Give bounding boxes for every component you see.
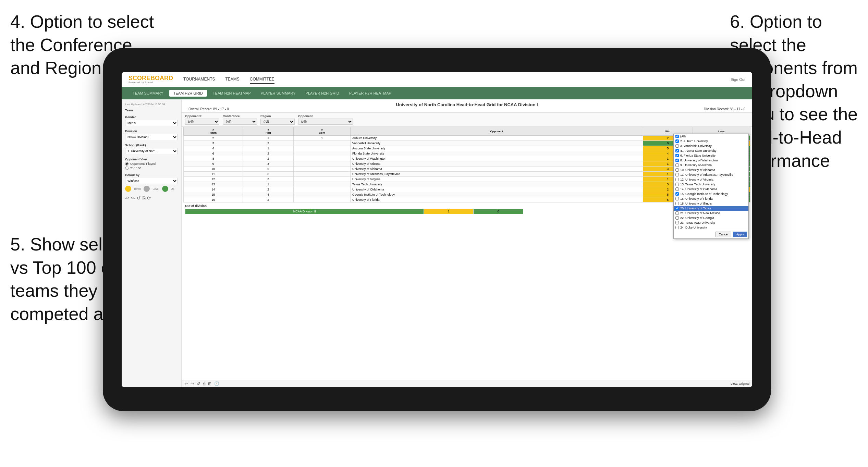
dropdown-checkbox[interactable] — [675, 192, 679, 196]
dropdown-checkbox[interactable] — [675, 178, 679, 181]
dropdown-checkbox[interactable] — [675, 187, 679, 191]
nav-tournaments[interactable]: TOURNAMENTS — [183, 75, 215, 84]
apply-button[interactable]: Apply — [733, 232, 747, 237]
dropdown-checkbox[interactable] — [675, 183, 679, 186]
dropdown-item[interactable]: 13. Texas Tech University — [674, 182, 748, 187]
nav-committee[interactable]: COMMITTEE — [250, 75, 274, 84]
dropdown-item[interactable]: 21. University of New Mexico — [674, 211, 748, 216]
toolbar-clock[interactable]: 🕐 — [214, 381, 219, 386]
dropdown-item[interactable]: 23. Texas A&M University — [674, 220, 748, 225]
dropdown-item[interactable]: 10. University of Alabama — [674, 168, 748, 172]
cell-opponent: University of Virginia — [351, 177, 643, 182]
dropdown-item[interactable]: 9. University of Arizona — [674, 163, 748, 168]
subnav-team-h2h-grid[interactable]: TEAM H2H GRID — [169, 90, 207, 97]
out-win: 1 — [424, 209, 474, 214]
undo-icon[interactable]: ↩ — [125, 195, 129, 201]
dropdown-checkbox[interactable] — [675, 221, 679, 224]
table-row: 6 2 Florida State University 4 2 — [184, 151, 750, 156]
dropdown-checkbox[interactable] — [675, 197, 679, 200]
dropdown-checkbox[interactable] — [675, 154, 679, 157]
radio-dot-opponents — [125, 162, 129, 165]
toolbar-undo[interactable]: ↩ — [184, 381, 188, 386]
cell-conf — [294, 161, 351, 167]
col-rank: #Rank — [184, 127, 243, 136]
opponent-select[interactable]: (All) — [298, 119, 353, 125]
subnav-player-h2h-heatmap[interactable]: PLAYER H2H HEATMAP — [345, 90, 395, 97]
radio-top100[interactable]: Top 100 — [125, 167, 178, 170]
dropdown-checkbox[interactable] — [675, 226, 679, 229]
dropdown-item[interactable]: 14. University of Oklahoma — [674, 187, 748, 192]
dropdown-checkbox[interactable] — [675, 159, 679, 162]
subnav-team-h2h-heatmap[interactable]: TEAM H2H HEATMAP — [209, 90, 255, 97]
region-select[interactable]: (All) — [260, 119, 295, 125]
cell-opponent: University of Alabama — [351, 167, 643, 172]
cell-rank: 13 — [184, 182, 243, 187]
dropdown-item[interactable]: 15. Georgia Institute of Technology — [674, 192, 748, 196]
subnav-team-summary[interactable]: TEAM SUMMARY — [129, 90, 168, 97]
dropdown-checkbox[interactable] — [675, 168, 679, 172]
table-row: 12 3 University of Virginia 1 0 — [184, 177, 750, 182]
school-select[interactable]: 1. University of Nort... — [125, 148, 178, 154]
dropdown-item[interactable]: 16. University of Florida — [674, 196, 748, 201]
dropdown-checkbox[interactable] — [675, 173, 679, 176]
dropdown-checkbox[interactable] — [675, 216, 679, 220]
toolbar-reset[interactable]: ↺ — [197, 381, 200, 386]
dropdown-checkbox[interactable] — [675, 202, 679, 205]
reset-icon[interactable]: ↺ — [137, 195, 141, 201]
out-of-division-label: Out of division — [185, 204, 749, 208]
dropdown-item[interactable]: 20. University of Texas — [674, 206, 748, 211]
toolbar-format[interactable]: ⊞ — [208, 381, 211, 386]
school-label: School (Rank) — [125, 144, 178, 147]
dropdown-checkbox[interactable] — [675, 163, 679, 167]
conference-select[interactable]: (All) — [223, 119, 257, 125]
out-loss: 0 — [474, 209, 523, 214]
colour-select[interactable]: Win/loss — [125, 178, 178, 184]
dropdown-item[interactable]: 3. Vanderbilt University — [674, 144, 748, 148]
opponents-select[interactable]: (All) — [185, 119, 219, 125]
dropdown-item[interactable]: (All) — [674, 134, 748, 139]
cell-conf — [294, 146, 351, 151]
dropdown-checkbox[interactable] — [675, 135, 679, 138]
redo-icon[interactable]: ↪ — [131, 195, 135, 201]
cell-reg: 1 — [243, 182, 294, 187]
cancel-button[interactable]: Cancel — [716, 232, 731, 237]
dropdown-item[interactable]: 6. Florida State University — [674, 153, 748, 158]
cell-rank: 15 — [184, 192, 243, 197]
opponent-dropdown: (All)2. Auburn University3. Vanderbilt U… — [673, 134, 749, 239]
dropdown-item[interactable]: 11. University of Arkansas, Fayetteville — [674, 172, 748, 177]
cell-opponent: University of Washington — [351, 156, 643, 161]
subnav-player-h2h-grid[interactable]: PLAYER H2H GRID — [302, 90, 343, 97]
dropdown-checkbox[interactable] — [675, 211, 679, 215]
dropdown-checkbox[interactable] — [675, 139, 679, 143]
dropdown-checkbox[interactable] — [675, 207, 679, 210]
dropdown-item[interactable]: 4. Arizona State University — [674, 148, 748, 153]
division-label: Division — [125, 130, 178, 133]
region-filter: Region (All) — [260, 114, 295, 125]
copy-icon[interactable]: ⎘ — [143, 195, 145, 201]
refresh-icon[interactable]: ⟳ — [147, 195, 151, 201]
cell-reg: 5 — [243, 167, 294, 172]
nav-signout[interactable]: Sign Out — [731, 77, 745, 82]
nav-teams[interactable]: TEAMS — [225, 75, 239, 84]
dropdown-item[interactable]: 12. University of Virginia — [674, 177, 748, 182]
table-row: 13 1 Texas Tech University 3 0 — [184, 182, 750, 187]
cell-reg: 2 — [243, 141, 294, 146]
radio-opponents-played[interactable]: Opponents Played — [125, 162, 178, 165]
dropdown-checkbox[interactable] — [675, 149, 679, 152]
division-select[interactable]: NCAA Division I — [125, 134, 178, 140]
dropdown-item[interactable]: 18. University of Illinois — [674, 201, 748, 206]
dropdown-item[interactable]: 24. Duke University — [674, 225, 748, 230]
cell-conf — [294, 151, 351, 156]
report-header: University of North Carolina Head-to-Hea… — [182, 99, 752, 113]
toolbar-copy[interactable]: ⎘ — [203, 381, 205, 386]
gender-select[interactable]: Men's — [125, 120, 178, 126]
dropdown-checkbox[interactable] — [675, 144, 679, 148]
cell-opponent: University of Arizona — [351, 161, 643, 167]
dropdown-item[interactable]: 22. University of Georgia — [674, 216, 748, 220]
subnav-player-summary[interactable]: PLAYER SUMMARY — [257, 90, 300, 97]
toolbar-redo[interactable]: ↪ — [191, 381, 194, 386]
dropdown-item[interactable]: 8. University of Washington — [674, 158, 748, 163]
cell-opponent: Florida State University — [351, 151, 643, 156]
dropdown-item[interactable]: 2. Auburn University — [674, 139, 748, 144]
cell-rank: 10 — [184, 167, 243, 172]
